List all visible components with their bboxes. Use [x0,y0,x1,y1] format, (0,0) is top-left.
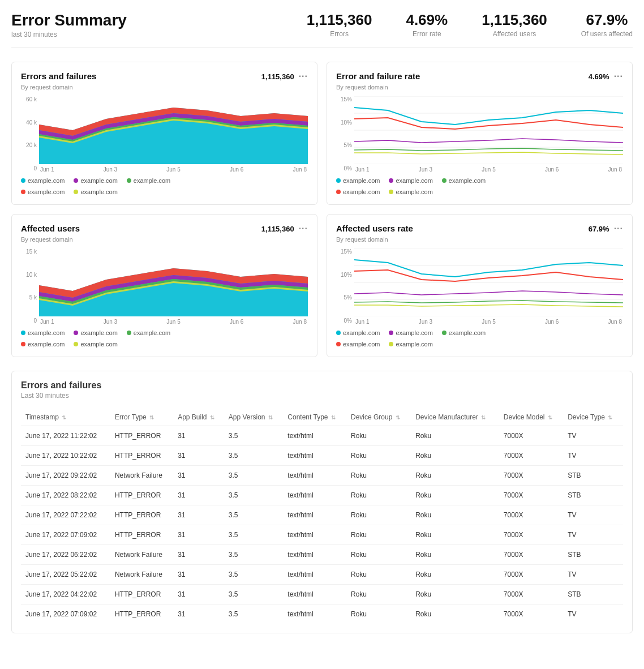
chart-legend-2: example.comexample.com [21,188,308,195]
legend-dot [389,178,393,183]
cell-r8-c3: 3.5 [224,585,284,604]
legend-dot [74,190,78,194]
chart-legend: example.comexample.comexample.com [21,329,308,336]
chart-legend-2: example.comexample.com [336,341,623,348]
cell-r2-c2: 31 [173,466,224,486]
table-row: June 17, 2022 10:22:02HTTP_ERROR313.5tex… [21,446,623,466]
cell-r2-c8: STB [563,466,623,486]
y-label: 15% [336,248,352,255]
sort-icon: ⇅ [548,414,552,421]
sort-icon: ⇅ [149,414,154,421]
dashboard-header: Error Summary last 30 minutes 1,115,360E… [11,11,633,48]
legend-dot [74,331,78,335]
cell-r5-c1: HTTP_ERROR [110,525,173,545]
x-label: Jun 6 [230,166,243,173]
cell-r0-c3: 3.5 [224,426,284,446]
cell-r5-c7: 7000X [499,525,563,545]
th-error-type[interactable]: Error Type ⇅ [110,409,173,426]
cell-r7-c6: Roku [411,565,499,585]
cell-r9-c2: 31 [173,604,224,624]
stat-value: 1,115,360 [482,11,547,29]
chart-value: 67.9% [589,225,609,233]
th-app-version[interactable]: App Version ⇅ [224,409,284,426]
chart-menu-button[interactable]: ··· [299,71,308,82]
cell-r4-c8: TV [563,505,623,525]
chart-card-errors-failures: Errors and failures 1,115,360 ··· By req… [11,62,317,205]
cell-r1-c8: TV [563,446,623,466]
cell-r9-c8: TV [563,604,623,624]
cell-r3-c0: June 17, 2022 08:22:02 [21,486,110,505]
chart-svg-container [39,248,308,316]
cell-r9-c5: Roku [346,604,411,624]
x-label: Jun 5 [482,166,495,173]
th-device-group[interactable]: Device Group ⇅ [346,409,411,426]
chart-header: Affected users 1,115,360 ··· [21,224,308,234]
chart-legend-2: example.comexample.com [336,188,623,195]
chart-card-affected-users-rate: Affected users rate 67.9% ··· By request… [327,214,633,357]
legend-item: example.com [127,177,170,184]
legend-item: example.com [21,329,65,336]
x-label: Jun 8 [293,319,307,325]
header-stats: 1,115,360Errors4.69%Error rate1,115,360A… [307,11,633,38]
cell-r8-c6: Roku [411,585,499,604]
chart-svg-container [39,96,308,164]
cell-r0-c6: Roku [411,426,499,446]
x-axis: Jun 1Jun 3Jun 5Jun 6Jun 8 [354,166,623,173]
legend-item: example.com [21,177,65,184]
y-axis: 60 k40 k20 k0 [21,96,37,173]
x-label: Jun 6 [545,166,559,173]
cell-r7-c5: Roku [346,565,411,585]
table-subtitle: Last 30 minutes [21,392,623,400]
y-label: 15% [336,96,352,102]
sort-icon: ⇅ [481,414,486,421]
th-timestamp[interactable]: Timestamp ⇅ [21,409,110,426]
chart-area: Jun 1Jun 3Jun 5Jun 6Jun 8 [354,96,623,173]
chart-with-y: 15%10%5%0% Jun 1Jun 3Jun 5Jun 6Jun 8 [336,96,623,173]
y-label: 40 k [21,119,37,126]
cell-r3-c3: 3.5 [224,486,284,505]
legend-dot [336,331,341,335]
th-device-model[interactable]: Device Model ⇅ [499,409,563,426]
x-label: Jun 3 [104,319,117,325]
th-device-type[interactable]: Device Type ⇅ [563,409,623,426]
chart-menu-button[interactable]: ··· [614,71,623,82]
cell-r3-c5: Roku [346,486,411,505]
legend-label: example.com [343,188,380,195]
chart-header: Errors and failures 1,115,360 ··· [21,71,308,82]
stat-value: 4.69% [406,11,448,29]
chart-title: Affected users rate [336,224,413,233]
legend-dot [442,331,446,335]
cell-r2-c0: June 17, 2022 09:22:02 [21,466,110,486]
legend-label: example.com [449,329,486,336]
stat-label: Errors [307,30,372,38]
cell-r1-c0: June 17, 2022 10:22:02 [21,446,110,466]
legend-label: example.com [396,177,432,184]
legend-dot [21,342,25,346]
chart-title: Error and failure rate [336,71,420,81]
cell-r2-c1: Network Failure [110,466,173,486]
legend-label: example.com [343,341,380,348]
legend-item: example.com [336,177,380,184]
chart-title: Errors and failures [21,71,96,81]
chart-menu-button[interactable]: ··· [614,224,623,234]
chart-header-right: 4.69% ··· [589,71,623,82]
th-device-manufacturer[interactable]: Device Manufacturer ⇅ [411,409,499,426]
cell-r3-c4: text/html [283,486,346,505]
y-label: 0% [336,165,352,171]
y-label: 10 k [21,272,37,278]
cell-r7-c1: Network Failure [110,565,173,585]
errors-table-section: Errors and failures Last 30 minutes Time… [11,371,633,633]
cell-r7-c4: text/html [283,565,346,585]
y-axis: 15%10%5%0% [336,96,352,173]
th-app-build[interactable]: App Build ⇅ [173,409,224,426]
chart-menu-button[interactable]: ··· [299,224,308,234]
cell-r4-c3: 3.5 [224,505,284,525]
legend-item: example.com [74,188,117,195]
cell-r5-c0: June 17, 2022 07:09:02 [21,525,110,545]
legend-label: example.com [80,188,117,195]
chart-header: Error and failure rate 4.69% ··· [336,71,623,82]
legend-label: example.com [134,329,170,336]
cell-r2-c5: Roku [346,466,411,486]
th-content-type[interactable]: Content Type ⇅ [283,409,346,426]
x-label: Jun 8 [293,166,307,173]
